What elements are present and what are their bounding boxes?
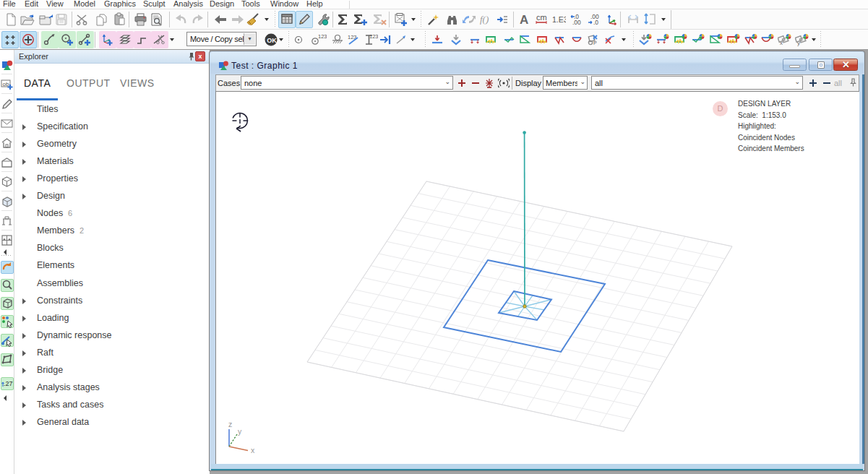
svg-text:ob: ob [3, 81, 9, 87]
svg-text:.27: .27 [4, 380, 13, 387]
svg-text:OK: OK [267, 37, 277, 44]
svg-text:A: A [520, 13, 528, 26]
svg-text:.0: .0 [593, 19, 598, 26]
svg-text:f(): f() [480, 14, 489, 25]
svg-text:y: y [797, 40, 800, 46]
svg-text:.00: .00 [572, 19, 581, 26]
svg-text:x: x [780, 40, 783, 46]
svg-text:cm: cm [536, 13, 547, 22]
svg-text:x: x [251, 446, 255, 454]
svg-text:1.E3: 1.E3 [552, 15, 566, 24]
svg-text:y: y [238, 427, 242, 436]
svg-text:z: z [228, 420, 232, 428]
svg-text:P: P [593, 40, 597, 46]
svg-text:123: 123 [318, 33, 327, 40]
svg-text:123: 123 [369, 33, 378, 40]
